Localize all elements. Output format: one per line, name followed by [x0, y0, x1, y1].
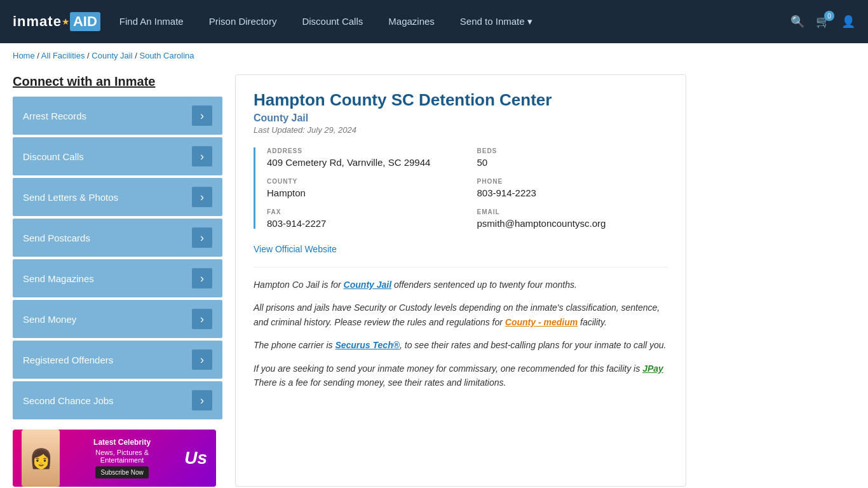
arrow-icon: › [192, 105, 212, 126]
breadcrumb-all-facilities[interactable]: All Facilities [41, 51, 85, 60]
main-layout: Connect with an Inmate Arrest Records › … [0, 68, 699, 488]
securus-link[interactable]: Securus Tech® [335, 340, 400, 350]
arrow-icon: › [192, 309, 212, 329]
jpay-link[interactable]: JPay [642, 363, 663, 374]
nav-icons: 🔍 🛒 0 👤 [790, 15, 855, 29]
ad-person-image: 👩 [22, 430, 60, 487]
arrow-icon: › [192, 349, 212, 370]
beds-block: BEDS 50 [477, 147, 668, 168]
facility-type: County Jail [254, 112, 668, 124]
logo-inmate: inmate [13, 13, 62, 30]
view-website-link[interactable]: View Official Website [254, 244, 337, 254]
nav-discount-calls[interactable]: Discount Calls [302, 16, 363, 27]
nav-find-inmate[interactable]: Find An Inmate [119, 16, 184, 27]
ad-copy: Latest Celebrity News, Pictures & Entert… [60, 438, 184, 478]
ad-logo: Us [184, 448, 207, 468]
search-icon[interactable]: 🔍 [790, 15, 804, 29]
sidebar-item-send-letters[interactable]: Send Letters & Photos › [13, 178, 222, 216]
cart-badge: 0 [824, 11, 834, 21]
sidebar-item-discount-calls[interactable]: Discount Calls › [13, 137, 222, 175]
facility-fax: 803-914-2227 [267, 218, 458, 229]
fax-block: FAX 803-914-2227 [267, 208, 458, 229]
facility-address: 409 Cemetery Rd, Varnville, SC 29944 [267, 157, 458, 168]
facility-beds: 50 [477, 157, 668, 168]
breadcrumb: Home / All Facilities / County Jail / So… [0, 43, 868, 68]
county-block: COUNTY Hampton [267, 178, 458, 198]
sidebar-item-send-money[interactable]: Send Money › [13, 300, 222, 338]
breadcrumb-state[interactable]: South Carolina [139, 51, 194, 60]
arrow-icon: › [192, 390, 212, 410]
arrow-icon: › [192, 268, 212, 288]
sidebar: Connect with an Inmate Arrest Records › … [13, 74, 222, 487]
sidebar-item-arrest-records[interactable]: Arrest Records › [13, 97, 222, 135]
logo[interactable]: inmate★AID [13, 12, 100, 31]
email-block: EMAIL psmith@hamptoncountysc.org [477, 208, 668, 229]
county-jail-link-1[interactable]: County Jail [344, 280, 391, 290]
phone-block: PHONE 803-914-2223 [477, 178, 668, 198]
nav-magazines[interactable]: Magazines [388, 16, 435, 27]
desc-para-4: If you are seeking to send your inmate m… [254, 362, 668, 390]
sidebar-item-second-chance-jobs[interactable]: Second Chance Jobs › [13, 381, 222, 419]
facility-title: Hampton County SC Detention Center [254, 90, 668, 110]
nav-menu: Find An Inmate Prison Directory Discount… [119, 16, 790, 27]
desc-para-3: The phone carrier is Securus Tech®, to s… [254, 338, 668, 352]
breadcrumb-home[interactable]: Home [13, 51, 35, 60]
sidebar-item-send-magazines[interactable]: Send Magazines › [13, 259, 222, 297]
sidebar-advertisement[interactable]: 👩 Latest Celebrity News, Pictures & Ente… [13, 430, 216, 487]
sidebar-menu: Arrest Records › Discount Calls › Send L… [13, 97, 222, 419]
desc-para-2: All prisons and jails have Security or C… [254, 301, 668, 329]
desc-para-1: Hampton Co Jail is for County Jail offen… [254, 278, 668, 292]
sidebar-title: Connect with an Inmate [13, 74, 222, 89]
user-icon[interactable]: 👤 [841, 15, 855, 29]
logo-aid: AID [70, 12, 100, 31]
cart-icon[interactable]: 🛒 0 [816, 15, 830, 29]
nav-send-to-inmate[interactable]: Send to Inmate ▾ [460, 16, 532, 27]
arrow-icon: › [192, 146, 212, 166]
facility-info-grid: ADDRESS 409 Cemetery Rd, Varnville, SC 2… [254, 147, 668, 229]
facility-county: Hampton [267, 187, 458, 198]
facility-content: Hampton County SC Detention Center Count… [235, 74, 686, 487]
nav-prison-directory[interactable]: Prison Directory [209, 16, 277, 27]
facility-phone: 803-914-2223 [477, 187, 668, 198]
arrow-icon: › [192, 227, 212, 248]
main-nav: inmate★AID Find An Inmate Prison Directo… [0, 0, 868, 43]
arrow-icon: › [192, 187, 212, 207]
county-medium-link[interactable]: County - medium [505, 317, 578, 327]
facility-updated: Last Updated: July 29, 2024 [254, 125, 668, 135]
breadcrumb-county-jail[interactable]: County Jail [92, 51, 132, 60]
facility-email: psmith@hamptoncountysc.org [477, 218, 668, 229]
sidebar-item-registered-offenders[interactable]: Registered Offenders › [13, 341, 222, 379]
address-block: ADDRESS 409 Cemetery Rd, Varnville, SC 2… [267, 147, 458, 168]
sidebar-item-send-postcards[interactable]: Send Postcards › [13, 219, 222, 257]
facility-description: Hampton Co Jail is for County Jail offen… [254, 267, 668, 390]
